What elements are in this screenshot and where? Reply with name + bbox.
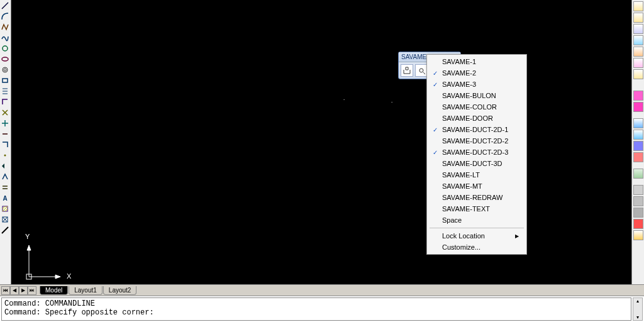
menu-item-savame-duct-2d-3[interactable]: ✓SAVAME-DUCT-2D-3 [428, 147, 525, 158]
menu-item-label: SAVAME-1 [442, 58, 476, 65]
tool-icon-13[interactable] [0, 129, 10, 139]
menu-check-icon: ✓ [428, 126, 442, 133]
menu-item-label: SAVAME-DOOR [442, 114, 493, 122]
rtool-11-icon[interactable] [633, 130, 643, 140]
tab-nav-prev-icon[interactable]: ◀ [10, 286, 19, 295]
rtool-2-icon[interactable] [633, 13, 643, 23]
ucs-y-label: Y [25, 233, 30, 240]
tool-icon-12[interactable] [0, 118, 10, 128]
command-text[interactable]: Command: COMMANDLINE Command: Specify op… [1, 297, 631, 321]
svg-point-5 [4, 155, 6, 157]
rtool-17-icon[interactable] [633, 208, 643, 218]
tool-icon-14[interactable] [0, 140, 10, 150]
rtool-5-icon[interactable] [633, 47, 643, 57]
rtool-10-icon[interactable] [633, 118, 643, 128]
rtool-14-icon[interactable] [633, 169, 643, 179]
menu-item-label: SAVAME-MT [442, 182, 482, 190]
tool-icon-17[interactable] [0, 172, 10, 182]
rtool-3-icon[interactable] [633, 24, 643, 34]
rtool-7-icon[interactable] [633, 69, 643, 79]
tool-donut-icon[interactable] [0, 65, 10, 75]
menu-item-savame-2[interactable]: ✓SAVAME-2 [428, 67, 525, 79]
ucs-icon: X Y [18, 231, 68, 282]
menu-item-savame-3[interactable]: ✓SAVAME-3 [428, 79, 525, 90]
rtool-15-icon[interactable] [633, 185, 643, 195]
rtool-19-icon[interactable] [633, 230, 643, 240]
rtool-8-icon[interactable] [633, 91, 643, 101]
floating-btn-2[interactable] [415, 64, 428, 77]
tool-icon-16[interactable] [0, 161, 10, 171]
menu-item-savame-duct-2d-2[interactable]: SAVAME-DUCT-2D-2 [428, 135, 525, 147]
tool-rect-icon[interactable] [0, 75, 10, 86]
menu-item-label: SAVAME-BULON [442, 92, 496, 99]
menu-item-savame-mt[interactable]: SAVAME-MT [428, 180, 525, 192]
tool-circle-icon[interactable] [0, 43, 10, 53]
menu-item-savame-1[interactable]: SAVAME-1 [428, 56, 525, 67]
tool-icon-11[interactable] [0, 108, 10, 118]
floating-btn-1[interactable] [401, 64, 413, 77]
rtool-16-icon[interactable] [633, 196, 643, 206]
menu-item-savame-text[interactable]: SAVAME-TEXT [428, 203, 525, 214]
svg-rect-4 [3, 79, 8, 82]
tab-layout2[interactable]: Layout2 [103, 286, 137, 295]
menu-item-label: SAVAME-COLOR [442, 103, 497, 111]
tab-nav-next-icon[interactable]: ▶ [19, 286, 28, 295]
command-scrollbar[interactable]: ▴ ▾ [633, 297, 643, 321]
marker-2: · [391, 99, 392, 105]
rtool-18-icon[interactable] [633, 219, 643, 229]
marker-1: · [343, 97, 345, 103]
tool-icon-21[interactable] [0, 214, 10, 225]
tool-hatch-icon[interactable] [0, 204, 10, 214]
menu-item-savame-color[interactable]: SAVAME-COLOR [428, 101, 525, 113]
tool-icon-18[interactable] [0, 182, 10, 192]
menu-item-savame-bulon[interactable]: SAVAME-BULON [428, 90, 525, 101]
menu-check-icon: ✓ [428, 81, 442, 88]
svg-point-7 [4, 188, 6, 189]
tab-model[interactable]: Model [40, 286, 68, 295]
menu-item-savame-duct-2d-1[interactable]: ✓SAVAME-DUCT-2D-1 [428, 124, 525, 135]
menu-item-label: SAVAME-TEXT [442, 205, 490, 213]
rtool-6-icon[interactable] [633, 58, 643, 68]
menu-item-label: Customize... [442, 243, 480, 251]
menu-check-icon: ✓ [428, 70, 442, 77]
left-toolbar: A [0, 0, 11, 284]
menu-check-icon: ✓ [428, 149, 442, 156]
tool-point-icon[interactable] [0, 150, 10, 160]
tab-nav: ⏮ ◀ ▶ ⏭ [1, 286, 36, 295]
tab-nav-last-icon[interactable]: ⏭ [28, 286, 36, 295]
rtool-4-icon[interactable] [633, 35, 643, 45]
tool-text-icon[interactable]: A [0, 193, 10, 203]
tab-layout1[interactable]: Layout1 [69, 286, 103, 295]
tool-ellipse-icon[interactable] [0, 54, 10, 64]
scroll-up-icon[interactable]: ▴ [636, 298, 639, 304]
menu-item-savame-duct-3d[interactable]: SAVAME-DUCT-3D [428, 158, 525, 169]
menu-item-savame-lt[interactable]: SAVAME-LT [428, 169, 525, 180]
rtool-13-icon[interactable] [633, 152, 643, 162]
rtool-1-icon[interactable] [633, 1, 643, 11]
tab-nav-first-icon[interactable]: ⏮ [1, 286, 10, 295]
tool-arc-icon[interactable] [0, 11, 10, 21]
tool-icon-22[interactable] [0, 225, 10, 235]
menu-item-savame-redraw[interactable]: SAVAME-REDRAW [428, 192, 525, 203]
layout-tab-bar: ⏮ ◀ ▶ ⏭ ModelLayout1Layout2 [0, 284, 644, 296]
tool-spline-icon[interactable] [0, 33, 10, 43]
scroll-down-icon[interactable]: ▾ [636, 314, 639, 320]
rtool-12-icon[interactable] [633, 141, 643, 151]
submenu-arrow-icon: ▶ [515, 233, 519, 239]
menu-item-savame-door[interactable]: SAVAME-DOOR [428, 113, 525, 124]
svg-point-1 [2, 57, 8, 61]
svg-marker-11 [55, 275, 60, 279]
tool-pline-icon[interactable] [0, 22, 10, 32]
menu-item-space[interactable]: Space [428, 214, 525, 226]
menu-item-label: SAVAME-3 [442, 80, 476, 88]
menu-item-label: SAVAME-DUCT-3D [442, 160, 502, 167]
tool-icon-9[interactable] [0, 86, 10, 96]
tool-icon-10[interactable] [0, 97, 10, 107]
tool-line-icon[interactable] [0, 1, 10, 11]
menu-item-customize-[interactable]: Customize... [428, 242, 525, 253]
svg-point-3 [4, 69, 6, 71]
ucs-x-label: X [67, 272, 71, 280]
drawing-canvas[interactable]: · · X Y [11, 0, 631, 284]
menu-item-lock-location[interactable]: Lock Location▶ [428, 230, 525, 242]
rtool-9-icon[interactable] [633, 102, 643, 112]
